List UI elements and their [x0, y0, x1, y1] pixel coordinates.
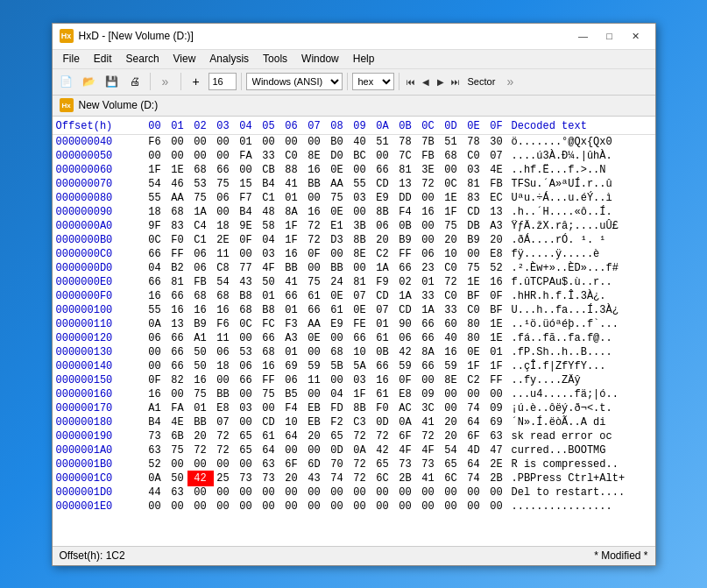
hex-byte[interactable]: 66 — [166, 332, 189, 344]
hex-byte[interactable]: 00 — [235, 458, 258, 471]
hex-byte[interactable]: 00 — [463, 500, 485, 513]
hex-byte[interactable]: B5 — [280, 388, 303, 400]
hex-byte[interactable]: 0C — [144, 234, 166, 246]
hex-byte[interactable]: 43 — [303, 472, 326, 485]
hex-byte[interactable]: 1A — [394, 290, 417, 302]
hex-byte[interactable]: 10 — [349, 346, 371, 358]
hex-byte[interactable]: 00 — [303, 486, 326, 499]
hex-byte[interactable]: 75 — [258, 388, 280, 400]
hex-byte[interactable]: 54 — [212, 276, 235, 288]
hex-byte[interactable]: AA — [166, 192, 189, 204]
hex-byte[interactable]: 00 — [235, 486, 258, 499]
hex-byte[interactable]: 1A — [417, 304, 440, 316]
hex-byte[interactable]: 00 — [235, 388, 258, 400]
hex-byte[interactable]: 00 — [189, 486, 212, 499]
hex-byte[interactable]: E8 — [485, 248, 508, 260]
hex-byte[interactable]: 50 — [166, 472, 189, 485]
hex-byte[interactable]: CB — [258, 164, 280, 176]
hex-byte[interactable]: 00 — [485, 486, 508, 499]
print-button[interactable]: 🖨 — [124, 71, 145, 92]
hex-byte[interactable]: 07 — [485, 150, 508, 162]
hex-byte[interactable]: B8 — [235, 290, 258, 302]
hex-byte[interactable]: 0E — [326, 206, 349, 218]
hex-byte[interactable]: 0A — [144, 318, 166, 330]
hex-byte[interactable]: 10 — [440, 248, 463, 260]
hex-byte[interactable]: 11 — [212, 332, 235, 344]
hex-byte[interactable]: C2 — [463, 374, 485, 386]
hex-byte[interactable]: 01 — [371, 318, 394, 330]
hex-byte[interactable]: 68 — [212, 290, 235, 302]
hex-byte[interactable]: BB — [326, 262, 349, 274]
hex-byte[interactable]: 4F — [417, 444, 440, 457]
menu-item-window[interactable]: Window — [294, 51, 346, 67]
hex-byte[interactable]: 8A — [417, 346, 440, 358]
hex-byte[interactable]: 00 — [349, 500, 371, 513]
hex-byte[interactable]: 7B — [417, 136, 440, 148]
hex-byte[interactable]: 41 — [280, 178, 303, 190]
hex-byte[interactable]: 3E — [417, 164, 440, 176]
hex-byte[interactable]: 20 — [280, 472, 303, 485]
block-plus[interactable]: + — [186, 71, 207, 92]
hex-byte[interactable]: 20 — [440, 234, 463, 246]
hex-byte[interactable]: 8E — [440, 374, 463, 386]
hex-byte[interactable]: 06 — [212, 192, 235, 204]
hex-byte[interactable]: 41 — [417, 472, 440, 485]
hex-byte[interactable]: 78 — [463, 136, 485, 148]
hex-byte[interactable]: 41 — [280, 276, 303, 288]
hex-byte[interactable]: 00 — [326, 486, 349, 499]
hex-byte[interactable]: 7C — [394, 150, 417, 162]
hex-byte[interactable]: 68 — [326, 346, 349, 358]
hex-byte[interactable]: 13 — [166, 318, 189, 330]
hex-byte[interactable]: E1 — [326, 220, 349, 232]
hex-byte[interactable]: BF — [463, 290, 485, 302]
hex-byte[interactable]: 00 — [349, 262, 371, 274]
hex-byte[interactable]: 00 — [144, 150, 166, 162]
hex-byte[interactable]: 33 — [417, 290, 440, 302]
hex-byte[interactable]: 51 — [440, 136, 463, 148]
hex-byte[interactable]: 00 — [303, 346, 326, 358]
hex-byte[interactable]: 78 — [394, 136, 417, 148]
hex-byte[interactable]: 55 — [144, 304, 166, 316]
hex-byte[interactable]: 72 — [440, 276, 463, 288]
hex-byte[interactable]: F6 — [212, 318, 235, 330]
hex-byte[interactable]: 66 — [144, 276, 166, 288]
hex-byte[interactable]: 68 — [440, 150, 463, 162]
hex-byte[interactable]: 53 — [235, 346, 258, 358]
hex-byte[interactable]: 0C — [235, 318, 258, 330]
hex-byte[interactable]: 03 — [463, 164, 485, 176]
hex-byte[interactable]: 03 — [258, 248, 280, 260]
hex-byte[interactable]: EC — [485, 192, 508, 204]
hex-byte[interactable]: 00 — [349, 206, 371, 218]
hex-byte[interactable]: 00 — [440, 500, 463, 513]
hex-byte[interactable]: 15 — [235, 178, 258, 190]
hex-byte[interactable]: FC — [258, 318, 280, 330]
hex-byte[interactable]: 68 — [189, 290, 212, 302]
hex-byte[interactable]: 80 — [463, 318, 485, 330]
hex-byte[interactable]: 81 — [349, 276, 371, 288]
hex-byte[interactable]: 01 — [485, 346, 508, 358]
hex-byte[interactable]: 00 — [280, 136, 303, 148]
hex-byte[interactable]: 00 — [189, 150, 212, 162]
hex-byte[interactable]: 00 — [463, 248, 485, 260]
hex-byte[interactable]: 00 — [349, 164, 371, 176]
hex-byte[interactable]: 4F — [258, 262, 280, 274]
hex-byte[interactable]: 04 — [326, 388, 349, 400]
hex-byte[interactable]: 24 — [326, 276, 349, 288]
hex-byte[interactable]: 8E — [303, 150, 326, 162]
hex-byte[interactable]: 75 — [212, 178, 235, 190]
hex-byte[interactable]: 75 — [166, 444, 189, 457]
hex-byte[interactable]: 13 — [485, 206, 508, 218]
nav-last[interactable]: ⏭ — [449, 73, 463, 90]
hex-byte[interactable]: 30 — [485, 136, 508, 148]
hex-byte[interactable]: 75 — [463, 262, 485, 274]
hex-byte[interactable]: 00 — [326, 374, 349, 386]
hex-byte[interactable]: 66 — [166, 360, 189, 372]
hex-byte[interactable]: EB — [303, 402, 326, 414]
hex-byte[interactable]: 00 — [258, 486, 280, 499]
hex-byte[interactable]: 00 — [280, 444, 303, 457]
hex-byte[interactable]: 72 — [417, 430, 440, 443]
hex-byte[interactable]: 59 — [394, 360, 417, 372]
hex-byte[interactable]: 00 — [212, 486, 235, 499]
hex-byte[interactable]: 01 — [189, 402, 212, 414]
hex-byte[interactable]: 73 — [417, 458, 440, 471]
